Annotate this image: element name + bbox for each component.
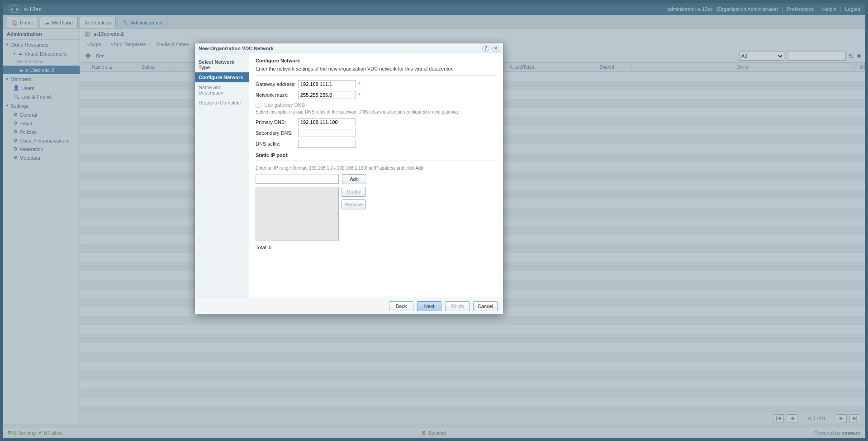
dialog-close-icon[interactable]: ✕: [492, 45, 499, 52]
primary-dns-input[interactable]: [298, 118, 356, 126]
label-use-gateway-dns: Use gateway DNS: [264, 102, 305, 108]
dns-suffix-input[interactable]: [298, 140, 356, 148]
label-netmask: Network mask:: [256, 92, 298, 98]
network-mask-input[interactable]: [298, 91, 356, 99]
ip-total-label: Total: 0: [256, 245, 497, 250]
label-primary-dns: Primary DNS:: [256, 119, 298, 125]
remove-ip-button: Remove: [342, 199, 366, 209]
section-title-ippool: Static IP pool:: [256, 152, 497, 158]
step-configure-network[interactable]: Configure Network: [195, 72, 249, 82]
dialog-footer: Back Next Finish Cancel: [195, 298, 503, 314]
step-select-network-type[interactable]: Select Network Type: [195, 57, 249, 72]
finish-button: Finish: [445, 301, 470, 311]
step-ready-complete: Ready to Complete: [195, 98, 249, 108]
section-desc: Enter the network settings of the new or…: [256, 66, 497, 71]
secondary-dns-input[interactable]: [298, 129, 356, 137]
section-title-configure: Configure Network: [256, 58, 497, 63]
dialog-help-icon[interactable]: ?: [482, 45, 489, 52]
step-name-description: Name and Description: [195, 82, 249, 98]
ip-hint: Enter an IP range (format: 192.168.1.2 -…: [256, 166, 497, 171]
label-dns-suffix: DNS suffix:: [256, 141, 298, 147]
next-button[interactable]: Next: [417, 301, 441, 311]
ip-range-input[interactable]: [256, 175, 339, 184]
wizard-steps: Select Network Type Configure Network Na…: [195, 53, 249, 298]
dialog-title: New Organization VDC Network: [199, 46, 274, 51]
use-gateway-dns-checkbox: [256, 102, 261, 108]
add-ip-button[interactable]: Add: [342, 174, 366, 184]
modify-ip-button: Modify: [342, 187, 366, 197]
label-gateway: Gateway address:: [256, 81, 298, 87]
gateway-address-input[interactable]: [298, 80, 356, 88]
label-secondary-dns: Secondary DNS:: [256, 130, 298, 136]
cancel-button[interactable]: Cancel: [473, 301, 498, 311]
ip-pool-list[interactable]: [256, 187, 339, 241]
back-button[interactable]: Back: [389, 301, 413, 311]
configure-network-form: Configure Network Enter the network sett…: [249, 53, 503, 298]
required-icon: *: [359, 81, 360, 87]
required-icon: *: [359, 92, 360, 98]
new-vdc-network-dialog: New Organization VDC Network ? ✕ Select …: [194, 43, 503, 314]
dns-hint: Select this option to use DNS relay of t…: [256, 109, 497, 114]
